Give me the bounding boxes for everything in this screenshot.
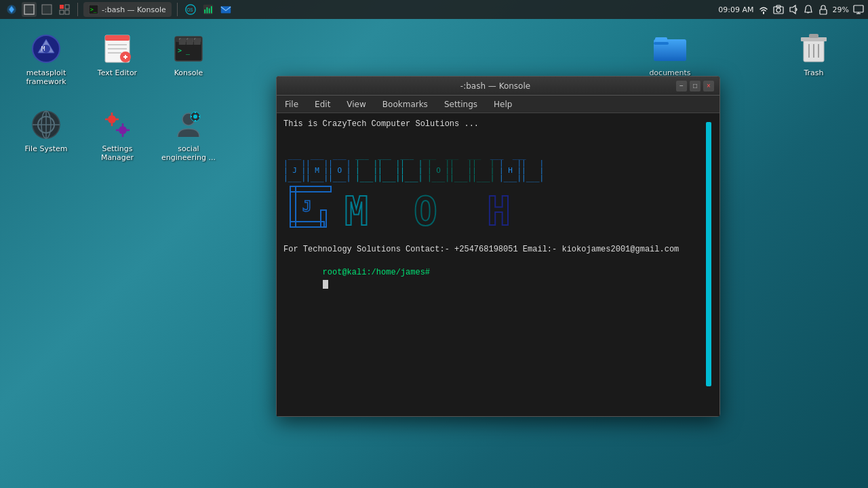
camera-icon: [773, 4, 784, 15]
svg-rect-6: [65, 10, 69, 14]
svg-rect-4: [65, 5, 69, 9]
social-engineering-label: socialengineering ...: [161, 144, 216, 162]
taskbar-konsole-btn[interactable]: >_ -:bash — Konsole: [83, 2, 172, 17]
svg-rect-21: [820, 9, 827, 14]
taskbar-workspace2-icon[interactable]: [39, 2, 54, 17]
terminal-maximize-btn[interactable]: □: [690, 81, 701, 92]
desktop-icon-text-editor[interactable]: Text Editor: [90, 33, 144, 77]
svg-text:J: J: [302, 198, 311, 215]
desktop-icon-konsole[interactable]: ⬛⬛⬛ > _ Konsole: [161, 33, 216, 77]
svg-rect-13: [206, 7, 208, 14]
trash-icon: [797, 33, 830, 65]
trash-label: Trash: [804, 68, 823, 77]
svg-text:>_: >_: [90, 7, 97, 13]
svg-rect-14: [209, 8, 210, 13]
terminal-scrollbar[interactable]: [705, 119, 713, 411]
terminal-menu-edit[interactable]: Edit: [312, 98, 333, 110]
terminal-menu-view[interactable]: View: [344, 98, 368, 110]
svg-point-55: [108, 115, 116, 123]
konsole-icon: ⬛⬛⬛ > _: [172, 33, 205, 65]
terminal-line-1: This is CrazyTech Computer Solutions ...: [283, 119, 705, 130]
terminal-line-blank2: [283, 233, 705, 245]
terminal-line-contact: For Technology Solutions Contact:- +2547…: [283, 244, 705, 256]
taskbar-workspace3-icon[interactable]: [57, 2, 72, 17]
svg-text:H: H: [487, 188, 511, 230]
svg-text:M: M: [344, 188, 368, 230]
taskbar-mail-icon[interactable]: [218, 2, 233, 17]
ascii-art: ___ ___ ___ ___ ___ ___ ___ ___ ___ ___ …: [283, 144, 705, 182]
terminal-close-btn[interactable]: ×: [703, 81, 714, 92]
terminal-window: -:bash — Konsole − □ × File Edit View Bo…: [276, 76, 720, 417]
file-system-icon: [30, 108, 62, 141]
svg-rect-1: [24, 5, 34, 14]
social-engineering-icon: [172, 108, 205, 141]
taskbar-right: 09:09 AM 29%: [718, 4, 864, 15]
terminal-title: -:bash — Konsole: [315, 81, 676, 91]
terminal-menubar: File Edit View Bookmarks Settings Help: [277, 96, 719, 113]
svg-rect-29: [105, 35, 130, 41]
terminal-menu-file[interactable]: File: [282, 98, 301, 110]
documents-folder-icon: [654, 33, 686, 65]
settings-manager-label: SettingsManager: [101, 144, 134, 162]
svg-rect-43: [655, 37, 667, 41]
svg-point-60: [119, 126, 127, 134]
file-system-label: File System: [25, 144, 68, 153]
svg-rect-3: [60, 5, 64, 9]
terminal-menu-settings[interactable]: Settings: [441, 98, 480, 110]
taskbar-kali-icon[interactable]: [4, 2, 19, 17]
taskbar-network-monitor-icon[interactable]: [201, 2, 216, 17]
terminal-line-prompt: root@kali:/home/james#: [283, 256, 705, 301]
taskbar-left: >_ -:bash — Konsole OS: [4, 2, 233, 17]
terminal-controls: − □ ×: [676, 81, 714, 92]
svg-rect-22: [854, 5, 863, 12]
desktop-icon-social-engineering[interactable]: socialengineering ...: [161, 108, 216, 162]
svg-rect-12: [204, 9, 205, 14]
svg-rect-2: [42, 5, 52, 14]
taskbar-window-label: -:bash — Konsole: [102, 5, 166, 14]
terminal-menu-help[interactable]: Help: [491, 98, 515, 110]
terminal-cursor: [323, 280, 328, 289]
terminal-minimize-btn[interactable]: −: [676, 81, 687, 92]
svg-text:M: M: [41, 45, 45, 52]
terminal-content[interactable]: This is CrazyTech Computer Solutions ...…: [277, 113, 719, 416]
clock: 09:09 AM: [718, 5, 753, 14]
taskbar-kali-os-icon[interactable]: OS: [183, 2, 198, 17]
svg-marker-20: [790, 5, 795, 14]
settings-icon: [101, 108, 134, 141]
metasploit-icon: M: [30, 33, 62, 65]
terminal-line-blank1: [283, 130, 705, 142]
konsole-label: Konsole: [174, 68, 203, 77]
terminal-menu-bookmarks[interactable]: Bookmarks: [380, 98, 431, 110]
ascii-art-svg: J M O H: [283, 183, 690, 230]
desktop-icon-file-system[interactable]: File System: [19, 108, 73, 153]
terminal-scrollbar-thumb[interactable]: [706, 122, 711, 386]
ascii-art-container: ___ ___ ___ ___ ___ ___ ___ ___ ___ ___ …: [283, 144, 705, 230]
svg-rect-46: [809, 34, 818, 38]
desktop-icon-documents[interactable]: documents: [643, 33, 697, 77]
display-icon: [853, 4, 864, 15]
text-editor-label: Text Editor: [98, 68, 137, 77]
wifi-icon: [758, 4, 769, 15]
svg-point-67: [193, 115, 197, 119]
desktop-icon-metasploit[interactable]: M metasploitframework: [19, 33, 73, 86]
terminal-titlebar: -:bash — Konsole − □ ×: [277, 77, 719, 96]
desktop-icon-trash[interactable]: Trash: [787, 33, 841, 77]
text-editor-icon: [101, 33, 134, 65]
svg-text:> _: > _: [178, 47, 191, 55]
svg-text:⬛⬛⬛: ⬛⬛⬛: [178, 37, 201, 45]
taskbar-workspace1-icon[interactable]: [22, 2, 37, 17]
svg-text:OS: OS: [186, 7, 193, 12]
svg-rect-42: [654, 42, 669, 45]
audio-icon: [788, 4, 799, 15]
metasploit-label: metasploitframework: [26, 68, 66, 86]
battery-level: 29%: [833, 5, 849, 14]
notification-icon: [803, 4, 814, 15]
svg-rect-5: [60, 10, 64, 14]
taskbar-top: >_ -:bash — Konsole OS: [0, 0, 868, 19]
svg-point-18: [776, 8, 781, 12]
desktop-icon-settings[interactable]: SettingsManager: [90, 108, 144, 162]
svg-rect-16: [221, 6, 231, 13]
lock-icon: [818, 4, 829, 15]
terminal-prompt-text: root@kali:/home/james#: [323, 268, 430, 277]
svg-text:O: O: [414, 188, 437, 230]
